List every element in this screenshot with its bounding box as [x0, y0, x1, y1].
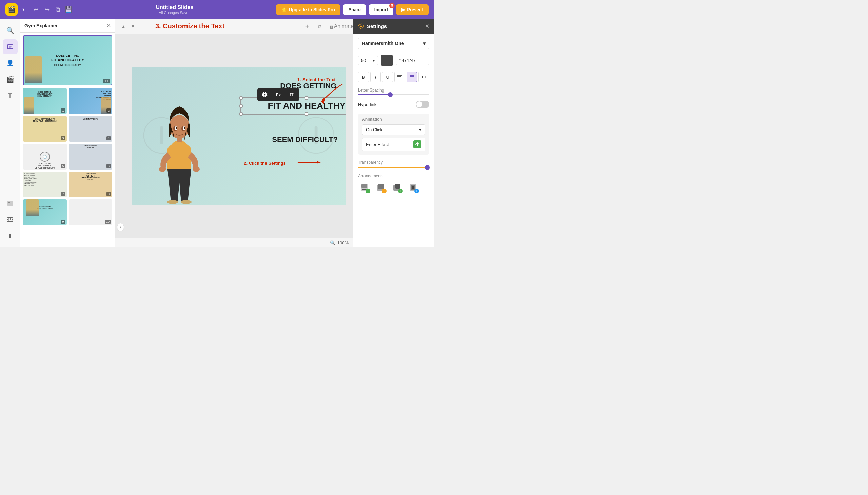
svg-point-19: [181, 200, 191, 204]
animation-section: Animation On Click ▾ Enter Effect: [358, 114, 429, 155]
add-element-button[interactable]: +: [303, 22, 312, 31]
settings-header-left: Settings: [358, 23, 387, 30]
annotation-click-settings: 2. Click the Settings: [244, 161, 286, 166]
slide-thumb-1[interactable]: DOES GETTINGFIT AND HEALTHYSEEM DIFFICUL…: [23, 35, 112, 85]
app-logo: 🎬: [5, 3, 18, 16]
arrange-top-button[interactable]: +: [407, 181, 419, 193]
arrange-back-button[interactable]: +: [374, 181, 387, 193]
settings-body: Hammersmith One ▾ 50 ▾ # 474747 B I U: [353, 34, 434, 197]
animate-button[interactable]: Animate: [339, 22, 348, 31]
svg-rect-1: [9, 46, 12, 47]
color-hash[interactable]: # 474747: [396, 56, 429, 65]
letter-spacing-section: Letter Spacing: [358, 88, 429, 95]
slide-thumb-4[interactable]: WELL, DON'T SWEAT IT!FROM YOUR HOME! I M…: [23, 116, 67, 142]
person-icon-btn[interactable]: 👤: [3, 56, 18, 70]
on-click-chevron: ▾: [419, 127, 422, 132]
letter-spacing-slider[interactable]: [358, 94, 429, 95]
font-chevron-icon: ▾: [423, 41, 426, 46]
hyperlink-toggle[interactable]: [416, 101, 429, 108]
letter-spacing-thumb[interactable]: [388, 92, 393, 97]
character: [152, 96, 206, 205]
font-size-select[interactable]: 50 ▾: [358, 56, 378, 65]
svg-point-20: [159, 167, 166, 172]
search-icon-btn[interactable]: 🔍: [3, 23, 18, 38]
upload-icon-btn[interactable]: ⬆: [3, 228, 18, 243]
settings-header: Settings ✕: [353, 19, 434, 34]
align-left-button[interactable]: [394, 71, 405, 82]
import-button[interactable]: Import 9: [369, 4, 393, 15]
slide-thumb-2[interactable]: DOES GETTINGFIT AND HEALTHYSEEM DIFFICUL…: [23, 88, 67, 114]
slide-thumb-8[interactable]: IF POWER LIFTSAND CRUNCHESARE NOT YOURTH…: [23, 172, 67, 197]
bg-icon-btn[interactable]: [3, 196, 18, 211]
color-swatch[interactable]: [381, 55, 393, 66]
slide-grid-row-5: REGISTER TODAY!MATT'S FITNESS STUDIO 9 1…: [23, 199, 112, 225]
slide-canvas-1[interactable]: DOES GETTINGFIT AND HEALTHYSEEM DIFFICUL…: [23, 35, 112, 85]
caps-button[interactable]: TT: [419, 71, 429, 82]
slide-canvas[interactable]: DOES GETTING FIT AND HEALTHY: [132, 67, 346, 205]
svg-rect-0: [7, 45, 13, 49]
share-button[interactable]: Share: [343, 4, 366, 15]
slide-prev-button[interactable]: ▲: [119, 22, 127, 31]
slide-thumb-6[interactable]: 🕐 JUST GIVE USHALF AN HOUROF YOUR 24 HOU…: [23, 144, 67, 170]
svg-rect-26: [397, 78, 402, 78]
animation-title: Animation: [362, 117, 425, 122]
panel-collapse-button[interactable]: ‹: [117, 223, 124, 231]
undo-button[interactable]: ↩: [31, 5, 41, 14]
slide-panel-title: Gym Explainer: [24, 23, 58, 29]
upgrade-button[interactable]: ⭐ Upgrade to Slides Pro: [276, 4, 340, 15]
slides-icon-btn[interactable]: [3, 39, 18, 54]
slide-next-button[interactable]: ▼: [129, 22, 137, 31]
on-click-dropdown[interactable]: On Click ▾: [362, 124, 425, 135]
italic-button[interactable]: I: [370, 71, 381, 82]
font-selector[interactable]: Hammersmith One ▾: [358, 38, 429, 49]
svg-point-21: [193, 167, 200, 172]
slide-nav-arrows: ▲ ▼: [119, 22, 137, 31]
settings-panel: Settings ✕ Hammersmith One ▾ 50 ▾ # 4747…: [353, 19, 434, 248]
duplicate-button[interactable]: ⧉: [53, 5, 62, 14]
text-icon-btn[interactable]: T: [3, 88, 18, 103]
media-icon-btn[interactable]: 🎬: [3, 72, 18, 87]
align-center-button[interactable]: [407, 71, 418, 82]
handle-tm[interactable]: [305, 96, 308, 100]
float-fx-button[interactable]: Fx: [272, 88, 284, 101]
slide-thumb-10[interactable]: REGISTER TODAY!MATT'S FITNESS STUDIO 9: [23, 199, 67, 225]
slide-thumb-11[interactable]: 10: [69, 199, 113, 225]
slide-thumb-3[interactable]: DON'T HAVETHE TIMEENERGYOR THE PERFECTCO…: [69, 88, 113, 114]
handle-ml[interactable]: [239, 104, 243, 108]
enter-effect-select[interactable]: Enter Effect: [362, 138, 425, 151]
title-area: Untitled Slides All Changes Saved: [77, 4, 272, 15]
zoom-level: 100%: [337, 240, 348, 245]
enter-effect-icon: [413, 140, 422, 149]
handle-bm[interactable]: [305, 112, 308, 116]
underline-button[interactable]: U: [382, 71, 393, 82]
transparency-thumb[interactable]: [425, 165, 430, 170]
bold-button[interactable]: B: [358, 71, 369, 82]
topbar-actions: ⭐ Upgrade to Slides Pro Share Import 9 ▶…: [276, 4, 429, 15]
copy-element-button[interactable]: ⧉: [314, 22, 324, 31]
color-hash-value: # 474747: [399, 58, 416, 63]
slide-panel-header: Gym Explainer ✕: [20, 19, 115, 33]
image-icon-btn[interactable]: 🖼: [3, 212, 18, 227]
arrange-forward-button[interactable]: +: [391, 181, 403, 193]
float-settings-button[interactable]: [257, 88, 272, 101]
svg-rect-31: [361, 185, 367, 188]
arrange-back-badge: +: [382, 188, 387, 193]
handle-tl[interactable]: [239, 96, 243, 100]
canvas-toolbar: ▲ ▼ + ⧉ 🗑 Animate: [115, 19, 353, 34]
canvas-area: 3. Customize the Text ▲ ▼ + ⧉ 🗑 Animate …: [115, 19, 353, 248]
float-delete-button[interactable]: [284, 88, 299, 101]
main-layout: 🔍 👤 🎬 T 🖼 ⬆ Gym Explainer ✕ DOES GETTING…: [0, 19, 434, 248]
font-size-color-row: 50 ▾ # 474747: [358, 55, 429, 66]
slide-thumb-5[interactable]: VISIT MATT'S GYM 4: [69, 116, 113, 142]
slide-panel-close-button[interactable]: ✕: [106, 22, 111, 29]
redo-button[interactable]: ↪: [42, 5, 52, 14]
handle-bl[interactable]: [239, 112, 243, 116]
logo-chevron[interactable]: ▾: [22, 7, 24, 12]
transparency-slider[interactable]: [358, 167, 429, 168]
save-button[interactable]: 💾: [64, 5, 73, 14]
slide-thumb-7[interactable]: INTENSE WORKOUTSESSIONS 6: [69, 144, 113, 170]
settings-close-button[interactable]: ✕: [425, 23, 429, 30]
slide-thumb-9[interactable]: LIMITED PERIODOFFERANNUAL MEMBERSHIPS AT…: [69, 172, 113, 197]
present-button[interactable]: ▶ Present: [396, 4, 429, 15]
arrange-bottom-button[interactable]: +: [358, 181, 370, 193]
